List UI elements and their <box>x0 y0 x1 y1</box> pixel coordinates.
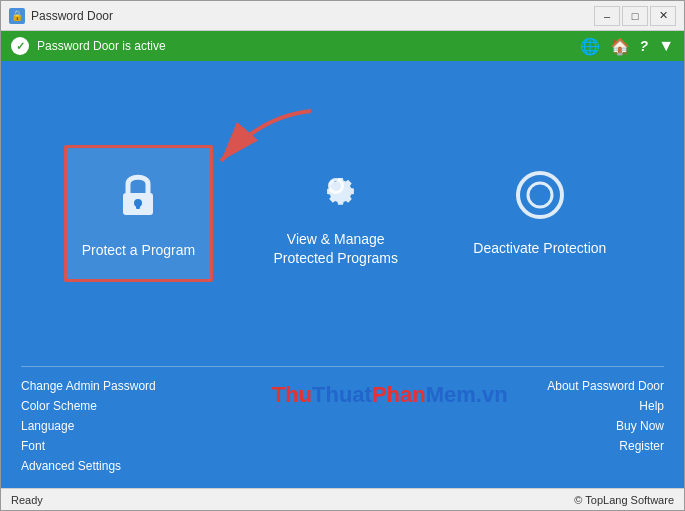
app-icon: 🔒 <box>9 8 25 24</box>
deactivate-button[interactable]: Deactivate Protection <box>458 149 621 277</box>
bottom-links-area: Change Admin Password Color Scheme Langu… <box>1 367 684 488</box>
links-column-left: Change Admin Password Color Scheme Langu… <box>21 379 547 473</box>
dropdown-icon[interactable]: ▼ <box>658 37 674 55</box>
check-icon: ✓ <box>11 37 29 55</box>
minimize-button[interactable]: – <box>594 6 620 26</box>
status-left: Ready <box>11 494 43 506</box>
window-controls: – □ ✕ <box>594 6 676 26</box>
help-icon[interactable]: ? <box>640 38 649 54</box>
language-link[interactable]: Language <box>21 419 547 433</box>
status-right: © TopLang Software <box>574 494 674 506</box>
about-link[interactable]: About Password Door <box>547 379 664 393</box>
svg-point-5 <box>528 183 552 207</box>
svg-point-4 <box>518 173 562 217</box>
globe-icon[interactable]: 🌐 <box>580 37 600 56</box>
window-title: Password Door <box>31 9 594 23</box>
buy-now-link[interactable]: Buy Now <box>616 419 664 433</box>
main-buttons-area: Protect a Program Vi <box>1 61 684 366</box>
view-manage-label: View & ManageProtected Programs <box>274 230 399 266</box>
advanced-settings-link[interactable]: Advanced Settings <box>21 459 547 473</box>
lock-icon <box>113 168 163 231</box>
application-window: 🔒 Password Door – □ ✕ ✓ Password Door is… <box>0 0 685 511</box>
close-button[interactable]: ✕ <box>650 6 676 26</box>
color-scheme-link[interactable]: Color Scheme <box>21 399 547 413</box>
active-status-text: Password Door is active <box>37 39 166 53</box>
home-icon[interactable]: 🏠 <box>610 37 630 56</box>
links-column-right: About Password Door Help Buy Now Registe… <box>547 379 664 473</box>
stop-icon <box>514 169 566 229</box>
title-bar: 🔒 Password Door – □ ✕ <box>1 1 684 31</box>
active-status-left: ✓ Password Door is active <box>11 37 166 55</box>
active-status-right: 🌐 🏠 ? ▼ <box>580 37 674 56</box>
view-manage-button[interactable]: View & ManageProtected Programs <box>259 140 414 286</box>
maximize-button[interactable]: □ <box>622 6 648 26</box>
main-content: Protect a Program Vi <box>1 61 684 488</box>
help-link[interactable]: Help <box>639 399 664 413</box>
change-admin-password-link[interactable]: Change Admin Password <box>21 379 547 393</box>
active-status-bar: ✓ Password Door is active 🌐 🏠 ? ▼ <box>1 31 684 61</box>
status-bar: Ready © TopLang Software <box>1 488 684 510</box>
font-link[interactable]: Font <box>21 439 547 453</box>
protect-program-button[interactable]: Protect a Program <box>64 145 214 282</box>
protect-program-label: Protect a Program <box>82 241 196 259</box>
deactivate-label: Deactivate Protection <box>473 239 606 257</box>
svg-rect-2 <box>136 203 140 209</box>
gear-icon <box>310 160 362 220</box>
register-link[interactable]: Register <box>619 439 664 453</box>
